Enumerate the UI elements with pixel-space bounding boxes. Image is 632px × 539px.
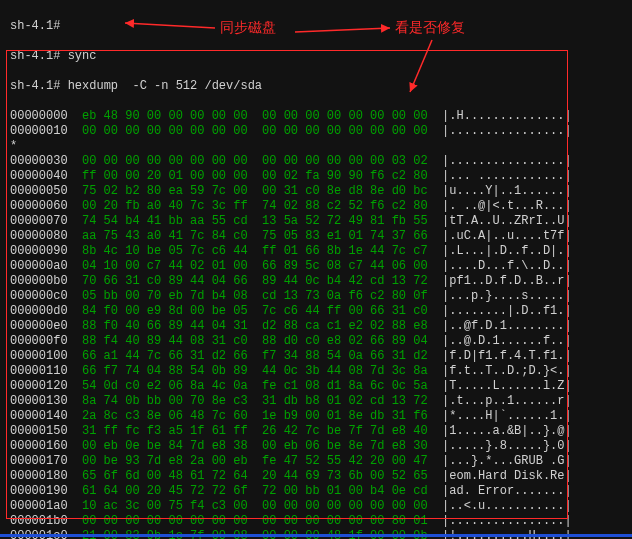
hex-line: 00000050 75 02 b2 80 ea 59 7c 00 00 31 c… xyxy=(10,184,622,199)
hex-line: 000000e0 88 f0 40 66 89 44 04 31 d2 88 c… xyxy=(10,319,622,334)
hex-addr: 000000f0 xyxy=(10,334,68,348)
hex-addr: 00000190 xyxy=(10,484,68,498)
hex-ascii: |...}.*...GRUB .G| xyxy=(428,454,572,468)
hex-ascii: |eom.Hard Disk.Re| xyxy=(428,469,572,483)
hex-ascii: |.H..............| xyxy=(428,109,572,123)
hex-line: 00000120 54 0d c0 e2 06 8a 4c 0a fe c1 0… xyxy=(10,379,622,394)
hex-line: 00000060 00 20 fb a0 40 7c 3c ff 74 02 8… xyxy=(10,199,622,214)
command-hexdump: hexdump -C -n 512 /dev/sda xyxy=(68,79,262,93)
hex-line: 00000130 8a 74 0b bb 00 70 8e c3 31 db b… xyxy=(10,394,622,409)
hex-ascii: |... ............| xyxy=(428,169,572,183)
hex-line: 00000000 eb 48 90 00 00 00 00 00 00 00 0… xyxy=(10,109,622,124)
command-sync: sync xyxy=(68,49,97,63)
hex-addr: 000001a0 xyxy=(10,499,68,513)
hex-ascii: |tT.A..U..ZRrI..U| xyxy=(428,214,572,228)
hex-bytes: 54 0d c0 e2 06 8a 4c 0a fe c1 08 d1 8a 6… xyxy=(68,379,428,393)
hex-line: 000001b0 00 00 00 00 00 00 00 00 00 00 0… xyxy=(10,514,622,529)
hex-addr: 00000120 xyxy=(10,379,68,393)
hex-addr: 00000000 xyxy=(10,109,68,123)
hex-line: 000000a0 04 10 00 c7 44 02 01 00 66 89 5… xyxy=(10,259,622,274)
hex-addr: 00000070 xyxy=(10,214,68,228)
hex-bytes: 75 02 b2 80 ea 59 7c 00 00 31 c0 8e d8 8… xyxy=(68,184,428,198)
hex-bytes: 65 6f 6d 00 48 61 72 64 20 44 69 73 6b 0… xyxy=(68,469,428,483)
hex-line: 00000190 61 64 00 20 45 72 72 6f 72 00 b… xyxy=(10,484,622,499)
hex-ascii: |.uC.A|..u....t7f| xyxy=(428,229,572,243)
hex-addr: 00000040 xyxy=(10,169,68,183)
hex-bytes: 61 64 00 20 45 72 72 6f 72 00 bb 01 00 b… xyxy=(68,484,428,498)
hex-ascii: |........|.D..f1.| xyxy=(428,304,572,318)
hex-addr: 00000160 xyxy=(10,439,68,453)
hex-ascii: |f.D|f1.f.4.T.f1.| xyxy=(428,349,572,363)
hex-line: 000000f0 88 f4 40 89 44 08 31 c0 88 d0 c… xyxy=(10,334,622,349)
hex-addr: 000000d0 xyxy=(10,304,68,318)
hex-line: 00000140 2a 8c c3 8e 06 48 7c 60 1e b9 0… xyxy=(10,409,622,424)
hex-bytes: 10 ac 3c 00 75 f4 c3 00 00 00 00 00 00 0… xyxy=(68,499,428,513)
hex-ascii: |................| xyxy=(428,154,572,168)
hex-addr: 000000a0 xyxy=(10,259,68,273)
hex-addr: 00000050 xyxy=(10,184,68,198)
hex-addr: 00000100 xyxy=(10,349,68,363)
hex-line: 000000b0 70 66 31 c0 89 44 04 66 89 44 0… xyxy=(10,274,622,289)
hex-ascii: |.t...p..1......r| xyxy=(428,394,572,408)
hex-bytes: aa 75 43 a0 41 7c 84 c0 75 05 83 e1 01 7… xyxy=(68,229,428,243)
hex-addr: 00000060 xyxy=(10,199,68,213)
hex-line: 00000150 31 ff fc f3 a5 1f 61 ff 26 42 7… xyxy=(10,424,622,439)
hex-addr: 000000c0 xyxy=(10,289,68,303)
hex-addr: 000000b0 xyxy=(10,274,68,288)
hex-line: 000000d0 84 f0 00 e9 8d 00 be 05 7c c6 4… xyxy=(10,304,622,319)
hex-ascii: |................| xyxy=(428,514,572,528)
hex-ascii: |...p.}....s.....| xyxy=(428,289,572,303)
hex-ascii: |................| xyxy=(428,124,572,138)
terminal-output: sh-4.1# sh-4.1# sync sh-4.1# hexdump -C … xyxy=(0,0,632,539)
hex-bytes: 70 66 31 c0 89 44 04 66 89 44 0c b4 42 c… xyxy=(68,274,428,288)
hex-bytes: 04 10 00 c7 44 02 01 00 66 89 5c 08 c7 4… xyxy=(68,259,428,273)
hex-bytes: 00 eb 0e be 84 7d e8 38 00 eb 06 be 8e 7… xyxy=(68,439,428,453)
hex-line: 000001a0 10 ac 3c 00 75 f4 c3 00 00 00 0… xyxy=(10,499,622,514)
hex-bytes: 88 f0 40 66 89 44 04 31 d2 88 ca c1 e2 0… xyxy=(68,319,428,333)
hex-ascii: |..@f.D.1........| xyxy=(428,319,572,333)
hex-addr: 00000080 xyxy=(10,229,68,243)
hex-bytes: ff 00 00 20 01 00 00 00 00 02 fa 90 90 f… xyxy=(68,169,428,183)
hex-bytes: 8a 74 0b bb 00 70 8e c3 31 db b8 01 02 c… xyxy=(68,394,428,408)
hex-addr: 00000170 xyxy=(10,454,68,468)
hex-line: 00000110 66 f7 74 04 88 54 0b 89 44 0c 3… xyxy=(10,364,622,379)
hex-bytes: 00 be 93 7d e8 2a 00 eb fe 47 52 55 42 2… xyxy=(68,454,428,468)
hex-ascii: |f.t..T..D.;D.}<.| xyxy=(428,364,572,378)
hex-line: 00000010 00 00 00 00 00 00 00 00 00 00 0… xyxy=(10,124,622,139)
hex-line: 00000030 00 00 00 00 00 00 00 00 00 00 0… xyxy=(10,154,622,169)
hex-line: 000000c0 05 bb 00 70 eb 7d b4 08 cd 13 7… xyxy=(10,289,622,304)
hex-bytes: 00 00 00 00 00 00 00 00 00 00 00 00 00 0… xyxy=(68,154,428,168)
hex-bytes: 00 00 00 00 00 00 00 00 00 00 00 00 00 0… xyxy=(68,124,428,138)
hex-ascii: |..<.u...........| xyxy=(428,499,572,513)
hex-addr: 00000140 xyxy=(10,409,68,423)
prompt-line[interactable]: sh-4.1# xyxy=(10,19,622,34)
hex-bytes: 00 00 00 00 00 00 00 00 00 00 00 00 00 0… xyxy=(68,514,428,528)
bottom-bar xyxy=(0,534,632,537)
hex-bytes: 2a 8c c3 8e 06 48 7c 60 1e b9 00 01 8e d… xyxy=(68,409,428,423)
hex-addr: 000000e0 xyxy=(10,319,68,333)
hex-ascii: |pf1..D.f.D..B..r| xyxy=(428,274,572,288)
hex-line: 00000040 ff 00 00 20 01 00 00 00 00 02 f… xyxy=(10,169,622,184)
hex-line: 00000070 74 54 b4 41 bb aa 55 cd 13 5a 5… xyxy=(10,214,622,229)
hex-ascii: |ad. Error.......| xyxy=(428,484,572,498)
hex-ascii: |1.....a.&B|..}.@| xyxy=(428,424,572,438)
hex-bytes: 84 f0 00 e9 8d 00 be 05 7c c6 44 ff 00 6… xyxy=(68,304,428,318)
hex-addr: 00000150 xyxy=(10,424,68,438)
hex-ascii: |..@.D.1......f..| xyxy=(428,334,572,348)
hex-line: 00000100 66 a1 44 7c 66 31 d2 66 f7 34 8… xyxy=(10,349,622,364)
hex-ascii: |.L...|.D..f..D|.| xyxy=(428,244,572,258)
hex-addr: 00000130 xyxy=(10,394,68,408)
hex-line: 00000180 65 6f 6d 00 48 61 72 64 20 44 6… xyxy=(10,469,622,484)
hex-line: 00000080 aa 75 43 a0 41 7c 84 c0 75 05 8… xyxy=(10,229,622,244)
hex-bytes: 74 54 b4 41 bb aa 55 cd 13 5a 52 72 49 8… xyxy=(68,214,428,228)
hex-bytes: 05 bb 00 70 eb 7d b4 08 cd 13 73 0a f6 c… xyxy=(68,289,428,303)
hex-line: * xyxy=(10,139,622,154)
hex-bytes: 8b 4c 10 be 05 7c c6 44 ff 01 66 8b 1e 4… xyxy=(68,244,428,258)
prompt-line[interactable]: sh-4.1# sync xyxy=(10,49,622,64)
hexdump-output: 00000000 eb 48 90 00 00 00 00 00 00 00 0… xyxy=(10,109,622,539)
prompt-line[interactable]: sh-4.1# hexdump -C -n 512 /dev/sda xyxy=(10,79,622,94)
hex-bytes: 00 20 fb a0 40 7c 3c ff 74 02 88 c2 52 f… xyxy=(68,199,428,213)
hex-ascii: |. ..@|<.t...R...| xyxy=(428,199,572,213)
hex-line: 00000160 00 eb 0e be 84 7d e8 38 00 eb 0… xyxy=(10,439,622,454)
hex-ascii: |*....H|`......1.| xyxy=(428,409,572,423)
